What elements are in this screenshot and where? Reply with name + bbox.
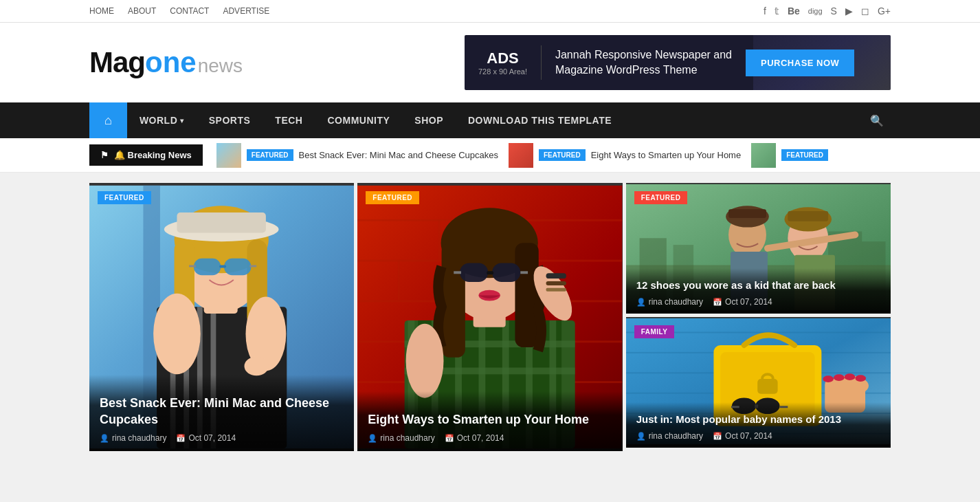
article-card-2[interactable]: FEATURED Eight Ways to Smarten up Your H…	[357, 183, 622, 451]
article-2-meta: 👤 rina chaudhary 📅 Oct 07, 2014	[368, 433, 612, 443]
breaking-thumb-1	[216, 143, 241, 168]
article-3-author: rina chaudhary	[649, 297, 703, 307]
svg-rect-16	[219, 265, 226, 268]
article-4-meta: 👤 rina chaudhary 📅 Oct 07, 2014	[636, 431, 880, 441]
article-2-title: Eight Ways to Smarten up Your Home	[368, 412, 612, 428]
article-4-overlay: Just in: Most popular baby names of 2013…	[626, 402, 891, 448]
youtube-icon[interactable]: ▶	[845, 6, 853, 17]
article-card-3[interactable]: FEATURED 12 shoes you wore as a kid that…	[626, 183, 891, 314]
breaking-news-items: FEATURED Best Snack Ever: Mini Mac and C…	[216, 143, 891, 168]
article-1-author: rina chaudhary	[112, 433, 166, 443]
svg-rect-18	[249, 265, 256, 268]
instagram-icon[interactable]: ◻	[861, 6, 869, 17]
featured-badge-2: FEATURED	[539, 149, 586, 161]
article-4-title: Just in: Most popular baby names of 2013	[636, 413, 880, 426]
skype-icon[interactable]: S	[831, 6, 837, 17]
dropdown-icon: ▾	[180, 117, 184, 124]
breaking-news-label: ⚑ 🔔 Breaking News	[89, 144, 203, 166]
home-icon: ⌂	[104, 113, 112, 128]
svg-point-57	[406, 324, 444, 398]
calendar-icon-2: 📅	[445, 434, 454, 443]
social-icons: f 𝕥 Be digg S ▶ ◻ G+	[764, 6, 891, 17]
svg-rect-14	[194, 259, 221, 276]
svg-rect-13	[177, 212, 265, 232]
svg-point-21	[245, 357, 269, 375]
article-1-overlay: Best Snack Ever: Mini Mac and Cheese Cup…	[89, 375, 354, 451]
article-3-title: 12 shoes you wore as a kid that are back	[636, 279, 880, 292]
svg-point-91	[823, 375, 834, 382]
nav-about[interactable]: ABOUT	[128, 6, 156, 16]
article-3-meta: 👤 rina chaudhary 📅 Oct 07, 2014	[636, 297, 880, 307]
nav-tech[interactable]: TECH	[263, 102, 315, 138]
nav-world[interactable]: WORLD ▾	[127, 102, 197, 138]
svg-rect-55	[546, 281, 566, 285]
author-icon-2: 👤	[368, 434, 377, 443]
ad-label: ADS 728 x 90 Area!	[478, 50, 527, 76]
article-card-1[interactable]: FEATURED Best Snack Ever: Mini Mac and C…	[89, 183, 354, 451]
svg-rect-50	[454, 271, 462, 274]
svg-point-94	[855, 375, 866, 382]
article-2-overlay: Eight Ways to Smarten up Your Home 👤 rin…	[357, 391, 622, 451]
breaking-item-3[interactable]: FEATURED	[751, 143, 828, 168]
article-4-author: rina chaudhary	[649, 431, 703, 441]
article-2-date: Oct 07, 2014	[457, 433, 504, 443]
twitter-icon[interactable]: 𝕥	[775, 6, 779, 17]
nav-sports[interactable]: SPORTS	[197, 102, 263, 138]
facebook-icon[interactable]: f	[764, 6, 766, 17]
svg-rect-48	[492, 263, 520, 282]
svg-rect-29	[398, 260, 400, 301]
svg-rect-15	[224, 259, 251, 276]
article-3-overlay: 12 shoes you wore as a kid that are back…	[626, 268, 891, 314]
svg-point-93	[844, 373, 855, 380]
calendar-icon-4: 📅	[713, 432, 722, 441]
nav-items: WORLD ▾ SPORTS TECH COMMUNITY SHOP DOWNL…	[127, 102, 863, 138]
breaking-item-1[interactable]: FEATURED Best Snack Ever: Mini Mac and C…	[216, 143, 498, 168]
nav-community[interactable]: COMMUNITY	[315, 102, 402, 138]
digg-icon[interactable]: digg	[808, 7, 823, 15]
svg-rect-45	[442, 243, 465, 358]
article-1-title: Best Snack Ever: Mini Mac and Cheese Cup…	[100, 395, 344, 428]
breaking-item-2[interactable]: FEATURED Eight Ways to Smarten up Your H…	[509, 143, 741, 168]
purchase-now-button[interactable]: PURCHASE NOW	[746, 50, 854, 76]
nav-advertise[interactable]: ADVERTISE	[223, 6, 269, 16]
logo-news: news	[198, 55, 243, 77]
svg-rect-51	[521, 271, 528, 274]
article-card-4[interactable]: FAMILY Just in: Most popular baby names …	[626, 317, 891, 448]
svg-rect-28	[438, 219, 441, 260]
logo-mag: Mag	[89, 46, 145, 79]
flag-icon: ⚑	[100, 150, 109, 160]
nav-home-button[interactable]: ⌂	[89, 102, 127, 138]
svg-rect-56	[546, 288, 566, 292]
site-header: Magonenews ADS 728 x 90 Area! Jannah Res…	[0, 23, 980, 102]
top-navigation: HOME ABOUT CONTACT ADVERTISE	[89, 6, 269, 16]
featured-badge-3: FEATURED	[781, 149, 828, 161]
svg-rect-66	[788, 211, 828, 221]
breaking-thumb-3	[751, 143, 776, 168]
ad-text: Jannah Responsive Newspaper and Magazine…	[555, 47, 732, 78]
article-1-date: Oct 07, 2014	[188, 433, 236, 443]
nav-download-template[interactable]: DOWNLOAD THIS TEMPLATE	[456, 102, 624, 138]
author-icon-3: 👤	[636, 298, 646, 307]
site-logo[interactable]: Magonenews	[89, 46, 243, 79]
googleplus-icon[interactable]: G+	[878, 6, 891, 17]
featured-badge-1: FEATURED	[247, 149, 293, 161]
logo-one: one	[145, 46, 197, 79]
article-3-badge: FEATURED	[634, 191, 688, 204]
svg-rect-70	[728, 209, 766, 218]
author-icon: 👤	[100, 434, 109, 443]
main-content-grid: FEATURED Best Snack Ever: Mini Mac and C…	[0, 173, 980, 461]
search-icon: 🔍	[870, 114, 884, 127]
right-column: FEATURED 12 shoes you wore as a kid that…	[626, 183, 891, 451]
svg-rect-47	[460, 263, 488, 282]
svg-rect-17	[189, 265, 196, 268]
svg-point-92	[834, 374, 845, 381]
ad-banner[interactable]: ADS 728 x 90 Area! Jannah Responsive New…	[465, 35, 891, 90]
nav-contact[interactable]: CONTACT	[170, 6, 209, 16]
behance-icon[interactable]: Be	[788, 6, 800, 17]
main-navigation: ⌂ WORLD ▾ SPORTS TECH COMMUNITY SHOP DOW…	[0, 102, 980, 138]
nav-search-button[interactable]: 🔍	[863, 102, 891, 138]
nav-home[interactable]: HOME	[89, 6, 114, 16]
breaking-text-2: Eight Ways to Smarten up Your Home	[591, 150, 741, 160]
nav-shop[interactable]: SHOP	[402, 102, 456, 138]
svg-rect-54	[546, 273, 566, 279]
